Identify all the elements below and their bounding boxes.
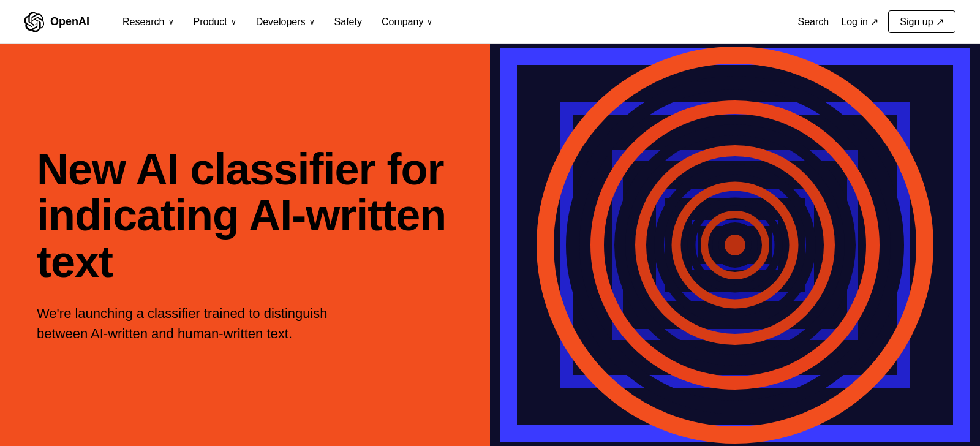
developers-chevron-icon: ∨ [309, 18, 315, 26]
product-chevron-icon: ∨ [231, 18, 236, 26]
signup-button[interactable]: Sign up ↗ [888, 10, 956, 33]
search-button[interactable]: Search [796, 12, 832, 32]
hero-artwork [490, 44, 980, 446]
nav-actions: Search Log in ↗ Sign up ↗ [796, 10, 956, 33]
nav-product-label: Product [194, 17, 227, 28]
nav-links: Research ∨ Product ∨ Developers ∨ Safety… [114, 12, 796, 32]
svg-point-21 [725, 235, 745, 255]
research-chevron-icon: ∨ [168, 18, 174, 26]
hero-right-panel [490, 44, 980, 446]
nav-developers[interactable]: Developers ∨ [247, 12, 323, 32]
nav-research[interactable]: Research ∨ [114, 12, 182, 32]
login-button[interactable]: Log in ↗ [841, 16, 878, 28]
hero-left-panel: New AI classifier for indicating AI-writ… [0, 44, 490, 446]
nav-company[interactable]: Company ∨ [373, 12, 441, 32]
nav-developers-label: Developers [256, 17, 306, 28]
artwork-svg [490, 44, 980, 446]
navigation: OpenAI Research ∨ Product ∨ Developers ∨… [0, 0, 980, 44]
logo-text: OpenAI [50, 15, 89, 28]
hero-section: New AI classifier for indicating AI-writ… [0, 44, 980, 446]
nav-research-label: Research [123, 17, 164, 28]
logo[interactable]: OpenAI [24, 12, 89, 32]
nav-safety[interactable]: Safety [326, 12, 371, 32]
hero-title: New AI classifier for indicating AI-writ… [37, 146, 453, 285]
company-chevron-icon: ∨ [427, 18, 432, 26]
nav-company-label: Company [382, 17, 423, 28]
openai-logo-icon [24, 12, 44, 32]
nav-product[interactable]: Product ∨ [185, 12, 245, 32]
hero-subtitle: We're launching a classifier trained to … [37, 303, 380, 344]
nav-safety-label: Safety [334, 17, 362, 28]
